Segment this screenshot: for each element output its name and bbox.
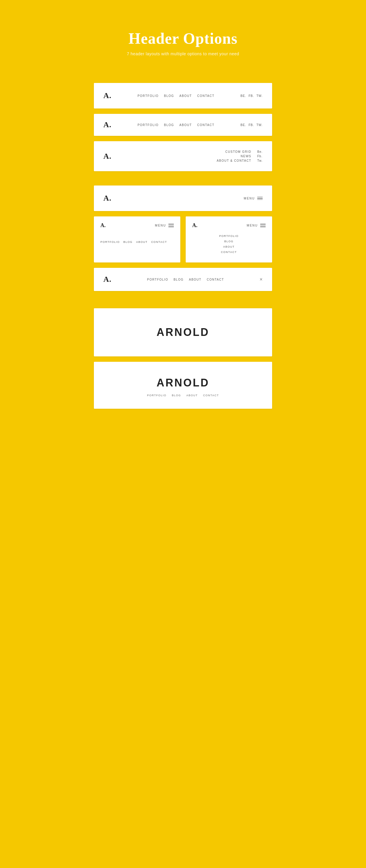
header-layout-8: ARNOLD PORTFOLIO BLOG ABOUT CONTACT: [94, 362, 272, 409]
nav-portfolio-6[interactable]: PORTFOLIO: [147, 278, 168, 281]
nav-custom-grid[interactable]: Custom Grid: [217, 150, 251, 153]
hero-subtitle: 7 header layouts with multiple options t…: [94, 52, 272, 56]
hamburger-line-3: [257, 199, 263, 200]
logo-5a: A.: [100, 222, 106, 228]
hamburger-icon-4: [257, 197, 263, 200]
hamburger-icon-5b: [260, 224, 266, 227]
nav-link-portfolio-2[interactable]: PORTFOLIO: [138, 123, 159, 127]
nav-about-contact[interactable]: About & Contact: [217, 159, 251, 162]
nav-link-contact[interactable]: CONTACT: [197, 94, 214, 97]
layout-5b-top: A. MENU: [186, 216, 272, 228]
social-be[interactable]: BE.: [241, 94, 246, 97]
layout-3-nav: Custom Grid News About & Contact: [217, 150, 251, 162]
nav-link-portfolio[interactable]: PORTFOLIO: [138, 94, 159, 97]
page-title: Header Options: [94, 30, 272, 47]
nav-contact-5b[interactable]: CONTACT: [221, 251, 237, 254]
nav-link-blog-2[interactable]: BLOG: [164, 123, 174, 127]
layout-5b-nav: PORTFOLIO BLOG ABOUT CONTACT: [186, 235, 272, 262]
social-fb-2[interactable]: FB.: [248, 123, 254, 127]
header-layout-5b: A. MENU PORTFOLIO BLOG ABOUT CONTACT: [186, 216, 272, 262]
menu-button-4[interactable]: MENU: [244, 197, 263, 200]
logo-2: A.: [103, 120, 111, 129]
menu-button-5a[interactable]: MENU: [155, 224, 174, 227]
nav-1: PORTFOLIO BLOG ABOUT CONTACT: [138, 94, 214, 97]
header-layout-1: A. PORTFOLIO BLOG ABOUT CONTACT BE. FB. …: [94, 83, 272, 108]
menu-label-4: MENU: [244, 197, 255, 200]
layout-5a-nav: PORTFOLIO BLOG ABOUT CONTACT: [100, 241, 174, 244]
nav-8: PORTFOLIO BLOG ABOUT CONTACT: [103, 394, 263, 397]
social-fb[interactable]: FB.: [248, 94, 254, 97]
logo-8: ARNOLD: [103, 377, 263, 389]
menu-label-5b: MENU: [247, 224, 258, 227]
nav-blog-6[interactable]: BLOG: [173, 278, 184, 281]
logo-6: A.: [103, 275, 111, 284]
layout-5a-inner: A. MENU PORTFOLIO BLOG ABOUT CONTACT: [94, 216, 180, 249]
nav-about-5a[interactable]: ABOUT: [136, 241, 148, 244]
nav-6: PORTFOLIO BLOG ABOUT CONTACT: [147, 278, 224, 281]
logo-5b: A.: [192, 222, 198, 228]
nav-link-about-2[interactable]: ABOUT: [179, 123, 192, 127]
hero-section: Header Options 7 header layouts with mul…: [94, 18, 272, 65]
logo-3: A.: [103, 152, 111, 161]
social-1: BE. FB. TW.: [241, 94, 263, 97]
nav-link-contact-2[interactable]: CONTACT: [197, 123, 214, 127]
header-layout-4: A. MENU: [94, 185, 272, 211]
nav-contact-6[interactable]: CONTACT: [207, 278, 224, 281]
nav-portfolio-5a[interactable]: PORTFOLIO: [100, 241, 120, 244]
logo-4: A.: [103, 194, 111, 203]
nav-portfolio-8[interactable]: PORTFOLIO: [147, 394, 166, 397]
hamburger-line-1: [257, 197, 263, 197]
nav-portfolio-5b[interactable]: PORTFOLIO: [219, 235, 238, 238]
nav-news[interactable]: News: [217, 155, 251, 158]
nav-blog-5b[interactable]: BLOG: [224, 240, 233, 243]
layout-3-social: Be. Fb. Tw.: [257, 150, 263, 162]
social-tw-3[interactable]: Tw.: [257, 159, 263, 162]
nav-contact-8[interactable]: CONTACT: [203, 394, 219, 397]
header-layout-5a: A. MENU PORTFOLIO BLOG ABOUT CONTACT: [94, 216, 180, 262]
logo-1: A.: [103, 91, 111, 100]
social-tw[interactable]: TW.: [256, 94, 263, 97]
nav-about-6[interactable]: ABOUT: [189, 278, 201, 281]
nav-2: PORTFOLIO BLOG ABOUT CONTACT: [138, 123, 214, 127]
nav-about-5b[interactable]: ABOUT: [223, 245, 235, 248]
hamburger-icon-5a: [168, 224, 174, 227]
nav-blog-8[interactable]: BLOG: [172, 394, 181, 397]
hamburger-line-2: [257, 198, 263, 198]
nav-link-blog[interactable]: BLOG: [164, 94, 174, 97]
social-be-3[interactable]: Be.: [257, 150, 263, 153]
social-fb-3[interactable]: Fb.: [257, 155, 263, 158]
social-be-2[interactable]: BE.: [241, 123, 246, 127]
header-layout-2: A. PORTFOLIO BLOG ABOUT CONTACT BE. FB. …: [94, 114, 272, 136]
nav-contact-5a[interactable]: CONTACT: [151, 241, 167, 244]
social-2: BE. FB. TW.: [241, 123, 263, 127]
header-layout-7: ARNOLD: [94, 308, 272, 356]
close-icon[interactable]: ×: [260, 276, 263, 283]
logo-7: ARNOLD: [103, 326, 263, 339]
menu-button-5b[interactable]: MENU: [247, 224, 266, 227]
header-layout-5-row: A. MENU PORTFOLIO BLOG ABOUT CONTACT: [94, 216, 272, 262]
nav-about-8[interactable]: ABOUT: [186, 394, 198, 397]
layout-5a-top: A. MENU: [100, 222, 174, 228]
social-tw-2[interactable]: TW.: [256, 123, 263, 127]
header-layout-6: A. PORTFOLIO BLOG ABOUT CONTACT ×: [94, 268, 272, 291]
nav-blog-5a[interactable]: BLOG: [123, 241, 133, 244]
layout-3-right: Custom Grid News About & Contact Be. Fb.…: [217, 150, 263, 162]
header-layout-3: A. Custom Grid News About & Contact Be. …: [94, 141, 272, 171]
menu-label-5a: MENU: [155, 224, 166, 227]
nav-link-about[interactable]: ABOUT: [179, 94, 192, 97]
